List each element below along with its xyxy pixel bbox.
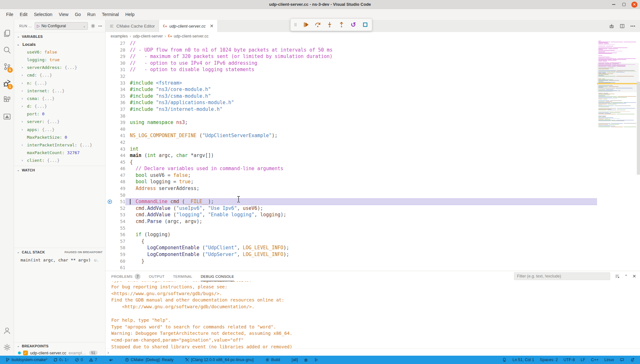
editor-scrollbar[interactable] xyxy=(637,82,640,175)
breakpoint-checkbox[interactable]: ✓ xyxy=(23,351,28,355)
code-line-39[interactable]: 39using namespace ns3; xyxy=(105,119,597,126)
code-line-53[interactable]: 53 cmd.AddValue ("logging", "Enable logg… xyxy=(105,211,597,218)
views-more-actions-icon[interactable]: ⋯ xyxy=(98,24,103,29)
code-line-50[interactable]: 50 xyxy=(105,192,597,199)
status-warning[interactable]: 7 xyxy=(87,356,99,364)
variable-row-server[interactable]: ›server: {...} xyxy=(14,118,105,126)
code-line-30[interactable]: 30// - option to use IPv4 or IPv6 addres… xyxy=(105,60,597,67)
status-info[interactable]: CMake: [Debug]: Ready xyxy=(122,356,176,364)
code-line-33[interactable]: 33#include <fstream> xyxy=(105,80,597,87)
menu-run[interactable]: Run xyxy=(84,11,98,18)
code-line-44[interactable]: 44main (int argc, char *argv[]) xyxy=(105,152,597,159)
code-line-57[interactable]: 57 { xyxy=(105,238,597,245)
code-line-34[interactable]: 34#include "ns3/core-module.h" xyxy=(105,86,597,93)
breadcrumb-item[interactable]: udp-client-server xyxy=(133,34,163,38)
variable-row-cmd[interactable]: ›cmd: {...} xyxy=(14,71,105,79)
status-error[interactable]: 0 xyxy=(72,356,85,364)
tab-udp-client-server-cc[interactable]: C+udp-client-server.cc✕ xyxy=(159,20,218,32)
code-line-55[interactable]: 55 xyxy=(105,225,597,232)
status-c-[interactable]: C++ xyxy=(589,356,601,364)
panel-tab-debug-console[interactable]: DEBUG CONSOLE xyxy=(201,271,234,281)
variable-row-d[interactable]: ›d: {...} xyxy=(14,103,105,110)
breadcrumb-item[interactable]: C+udp-client-server.cc xyxy=(168,34,209,38)
code-line-27[interactable]: 27// xyxy=(105,40,597,47)
debug-settings-gear-icon[interactable] xyxy=(90,23,96,29)
code-line-58[interactable]: 58 LogComponentEnable ("UdpClient", LOG_… xyxy=(105,244,597,251)
code-line-56[interactable]: 56 if (logging) xyxy=(105,231,597,238)
status-branch[interactable]: buildsystem-cmake* xyxy=(3,356,50,364)
maximize-panel-icon[interactable]: ⌃ xyxy=(624,274,628,279)
status-tools[interactable]: [Clang 12.0.0 x86_64-pc-linux-gnu] xyxy=(183,356,256,364)
maximize-button[interactable] xyxy=(621,2,627,7)
minimap-viewport[interactable] xyxy=(597,63,639,92)
status-sync[interactable]: 0↓ 1↑ xyxy=(51,356,71,364)
code-line-59[interactable]: 59 LogComponentEnable ("UdpServer", LOG_… xyxy=(105,251,597,258)
variable-row-MaxPacketSize[interactable]: MaxPacketSize: 0 xyxy=(14,133,105,141)
status-linux[interactable]: Linux xyxy=(602,356,616,364)
console-filter-input[interactable]: Filter (e.g. text, !exclude) xyxy=(514,272,610,280)
close-icon[interactable]: ✕ xyxy=(210,23,214,29)
step-over-icon[interactable] xyxy=(314,21,321,28)
code-line-32[interactable]: 32 xyxy=(105,73,597,80)
status-play[interactable] xyxy=(312,356,321,364)
variable-row-apps[interactable]: ›apps: {...} xyxy=(14,126,105,133)
status-feedback[interactable] xyxy=(618,356,627,364)
panel-tab-output[interactable]: OUTPUT xyxy=(149,271,164,281)
menu-file[interactable]: File xyxy=(3,11,16,18)
activity-source-control-icon[interactable]: 6 xyxy=(0,58,14,75)
menu-selection[interactable]: Selection xyxy=(31,11,55,18)
variable-row-logging[interactable]: logging: true xyxy=(14,56,105,63)
panel-tab-problems[interactable]: PROBLEMS7 xyxy=(111,271,140,281)
activity-extensions-icon[interactable] xyxy=(0,92,14,108)
tab-cmake-cache-editor[interactable]: CMake Cache Editor xyxy=(105,20,159,32)
activity-search-icon[interactable] xyxy=(0,42,14,58)
close-panel-icon[interactable]: ✕ xyxy=(632,274,636,279)
close-button[interactable]: ✕ xyxy=(631,2,637,8)
activity-account-icon[interactable] xyxy=(0,322,14,339)
breakpoints-header[interactable]: ⌄ BREAKPOINTS xyxy=(14,342,105,349)
code-line-49[interactable]: 49 Address serverAddress; xyxy=(105,185,597,192)
menu-terminal[interactable]: Terminal xyxy=(99,11,122,18)
status-gear-arrow[interactable] xyxy=(106,356,115,364)
code-line-61[interactable]: 61 xyxy=(105,264,597,271)
code-line-60[interactable]: 60 } xyxy=(105,258,597,265)
menu-help[interactable]: Help xyxy=(122,11,138,18)
variables-header[interactable]: ⌄ VARIABLES xyxy=(14,32,105,40)
code-line-29[interactable]: 29// - maximum of 320 packets sent (or l… xyxy=(105,53,597,60)
minimize-button[interactable] xyxy=(611,2,617,7)
status-remote[interactable] xyxy=(500,356,509,364)
code-line-42[interactable]: 42 xyxy=(105,139,597,146)
code-line-37[interactable]: 37#include "ns3/internet-module.h" xyxy=(105,106,597,113)
status-utf-8[interactable]: UTF-8 xyxy=(561,356,577,364)
stop-icon[interactable] xyxy=(362,21,369,28)
stack-frame-row[interactable]: main(int argc, char ** argv) u. xyxy=(14,256,105,264)
debug-console-output[interactable]: Type "show configuration" for configurat… xyxy=(105,281,640,349)
clear-console-icon[interactable] xyxy=(615,274,620,279)
restart-icon[interactable]: ↺ xyxy=(350,21,357,28)
breadcrumb-item[interactable]: examples xyxy=(111,34,128,38)
code-line-31[interactable]: 31// - option to disable logging stateme… xyxy=(105,66,597,73)
code-editor[interactable]: 27//28// - UDP flow from n0 to n1 of 102… xyxy=(105,40,640,271)
code-line-43[interactable]: 43int xyxy=(105,146,597,153)
variable-row-n[interactable]: ›n: {...} xyxy=(14,79,105,87)
status--all-[interactable]: [all] xyxy=(289,356,300,364)
debug-configuration-dropdown[interactable]: ▷ No Configural ⌄ xyxy=(35,22,88,30)
call-stack-header[interactable]: ⌄ CALL STACK PAUSED ON BREAKPOINT xyxy=(14,248,105,256)
variable-row-useV6[interactable]: useV6: false xyxy=(14,48,105,56)
variable-row-internet[interactable]: ›internet: {...} xyxy=(14,87,105,95)
status-ln-51-col-1[interactable]: Ln 51, Col 1 xyxy=(510,356,536,364)
code-line-35[interactable]: 35#include "ns3/csma-module.h" xyxy=(105,93,597,100)
status-bug[interactable] xyxy=(301,356,310,364)
activity-files-icon[interactable] xyxy=(0,25,14,42)
activity-run-debug-icon[interactable]: 1 xyxy=(0,75,14,92)
status-settings-gear[interactable]: Build xyxy=(263,356,282,364)
debug-current-line-icon[interactable] xyxy=(105,199,114,204)
split-editor-icon[interactable] xyxy=(619,23,625,29)
variable-row-client[interactable]: ›client: {...} xyxy=(14,157,105,164)
code-line-28[interactable]: 28// - UDP flow from n0 to n1 of 1024 by… xyxy=(105,47,597,54)
minimap[interactable] xyxy=(598,41,636,128)
debug-console-prompt[interactable]: › xyxy=(105,349,640,356)
status-bell[interactable] xyxy=(628,356,637,364)
code-line-48[interactable]: 48 bool logging = true; xyxy=(105,178,597,185)
variable-row-interPacketInterval[interactable]: ›interPacketInterval: {...} xyxy=(14,141,105,149)
